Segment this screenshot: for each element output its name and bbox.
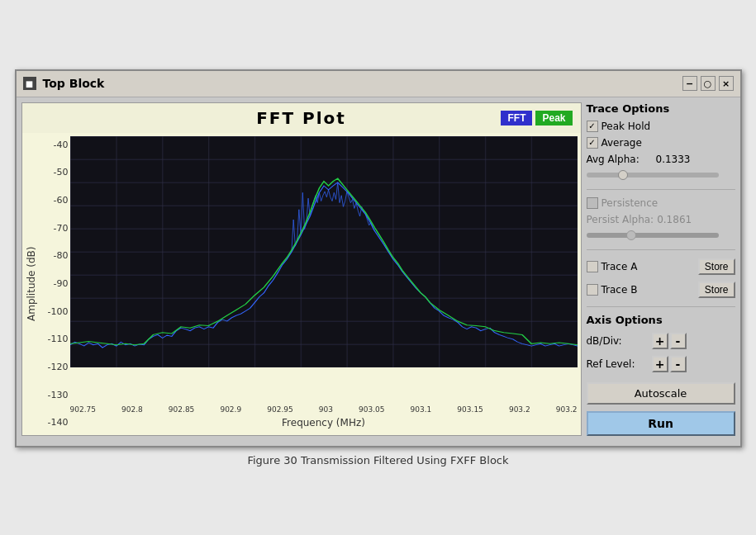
avg-alpha-slider-track <box>587 173 719 178</box>
axis-options-label: Axis Options <box>587 314 735 326</box>
x-tick: 903.2 <box>556 405 578 414</box>
persist-alpha-slider-track <box>587 233 719 238</box>
titlebar-controls: − ○ × <box>682 76 734 91</box>
close-button[interactable]: × <box>719 76 734 91</box>
content-area: FFT Plot FFT Peak Amplitude (dB) -40 -50… <box>17 97 740 441</box>
trace-b-row: Trace B Store <box>587 280 735 300</box>
run-button[interactable]: Run <box>587 411 735 436</box>
fft-button[interactable]: FFT <box>501 111 532 125</box>
divider-2 <box>587 249 735 250</box>
x-tick: 902.9 <box>220 405 241 414</box>
db-div-plus-button[interactable]: + <box>652 333 668 349</box>
peak-hold-label: Peak Hold <box>601 121 651 132</box>
ref-level-plus-button[interactable]: + <box>652 356 668 372</box>
persist-alpha-value: 0.1861 <box>657 214 692 225</box>
y-tick: -110 <box>42 334 69 344</box>
ref-level-label: Ref Level: <box>587 358 649 370</box>
x-tick: 903 <box>319 405 333 414</box>
x-tick: 902.95 <box>267 405 293 414</box>
divider-1 <box>587 189 735 190</box>
persist-alpha-slider-container <box>587 230 735 243</box>
y-tick: -70 <box>42 223 69 234</box>
plot-container: FFT Plot FFT Peak Amplitude (dB) -40 -50… <box>21 102 582 436</box>
x-tick: 903.05 <box>359 405 385 414</box>
y-tick: -140 <box>42 417 69 428</box>
peak-hold-checkbox[interactable]: ✓ <box>587 121 598 132</box>
plot-area-wrapper: Amplitude (dB) -40 -50 -60 -70 -80 -90 -… <box>22 133 581 435</box>
plot-header: FFT Plot FFT Peak <box>22 103 581 133</box>
trace-b-label: Trace B <box>601 284 695 296</box>
window-icon: ■ <box>23 77 36 90</box>
x-tick: 903.1 <box>411 405 432 414</box>
trace-a-label: Trace A <box>601 261 695 272</box>
average-checkbox[interactable]: ✓ <box>587 137 598 149</box>
titlebar-left: ■ Top Block <box>23 77 105 90</box>
y-tick: -120 <box>42 362 69 372</box>
persist-alpha-label: Persist Alpha: <box>587 214 654 225</box>
x-tick: 902.8 <box>121 405 143 414</box>
avg-alpha-label: Avg Alpha: <box>587 154 653 165</box>
y-axis-ticks: -40 -50 -60 -70 -80 -90 -100 -110 -120 -… <box>40 136 70 432</box>
y-tick: -40 <box>42 140 69 150</box>
x-tick: 902.85 <box>169 405 195 414</box>
peak-hold-row: ✓ Peak Hold <box>587 120 735 133</box>
avg-alpha-slider-thumb[interactable] <box>618 170 628 180</box>
db-div-controls: + - <box>652 333 687 349</box>
trace-b-store-button[interactable]: Store <box>698 282 735 298</box>
persist-alpha-slider-thumb[interactable] <box>626 230 636 240</box>
x-axis-ticks: 902.75 902.8 902.85 902.9 902.95 903 903… <box>70 404 578 415</box>
x-tick: 903.2 <box>509 405 530 414</box>
avg-alpha-slider-container <box>587 169 735 182</box>
x-tick: 902.75 <box>70 405 97 414</box>
chart-area <box>70 136 578 404</box>
y-tick: -90 <box>42 278 69 289</box>
peak-button[interactable]: Peak <box>535 111 572 125</box>
plot-buttons: FFT Peak <box>501 111 572 125</box>
db-div-minus-button[interactable]: - <box>670 333 687 349</box>
maximize-button[interactable]: ○ <box>701 76 716 91</box>
ref-level-controls: + - <box>652 356 687 372</box>
db-div-label: dB/Div: <box>587 335 649 347</box>
ref-level-minus-button[interactable]: - <box>670 356 687 372</box>
autoscale-button[interactable]: Autoscale <box>587 382 735 405</box>
y-tick: -80 <box>42 250 69 261</box>
divider-3 <box>587 306 735 307</box>
figure-caption: Figure 30 Transmission Filtered Using FX… <box>247 454 508 466</box>
trace-a-store-button[interactable]: Store <box>698 258 735 275</box>
y-tick: -100 <box>42 306 69 317</box>
avg-alpha-row: Avg Alpha: 0.1333 <box>587 153 735 166</box>
trace-options-label: Trace Options <box>587 102 735 115</box>
y-tick: -60 <box>42 195 69 206</box>
right-panel: Trace Options ✓ Peak Hold ✓ Average Avg … <box>587 102 735 436</box>
persistence-label: Persistence <box>601 197 659 209</box>
avg-alpha-value: 0.1333 <box>656 154 691 165</box>
average-row: ✓ Average <box>587 136 735 149</box>
main-window: ■ Top Block − ○ × FFT Plot FFT Peak <box>15 69 742 447</box>
x-tick: 903.15 <box>457 405 483 414</box>
average-label: Average <box>601 137 642 149</box>
trace-a-row: Trace A Store <box>587 257 735 277</box>
fft-chart <box>70 136 578 367</box>
x-axis-label: Frequency (MHz) <box>70 415 578 432</box>
minimize-button[interactable]: − <box>682 76 697 91</box>
y-axis-label: Amplitude (dB) <box>22 136 40 432</box>
persist-alpha-row: Persist Alpha: 0.1861 <box>587 213 735 226</box>
chart-and-xaxis: 902.75 902.8 902.85 902.9 902.95 903 903… <box>70 136 578 432</box>
trace-a-checkbox[interactable] <box>587 261 598 272</box>
titlebar: ■ Top Block − ○ × <box>17 71 740 97</box>
window-bottom <box>17 441 740 446</box>
y-tick: -50 <box>42 167 69 178</box>
db-div-row: dB/Div: + - <box>587 331 735 351</box>
ref-level-row: Ref Level: + - <box>587 354 735 374</box>
trace-b-checkbox[interactable] <box>587 284 598 296</box>
persistence-row: Persistence <box>587 196 735 210</box>
window-title: Top Block <box>43 77 105 90</box>
plot-title: FFT Plot <box>256 108 346 128</box>
y-tick: -130 <box>42 390 69 400</box>
persistence-checkbox[interactable] <box>587 197 598 209</box>
